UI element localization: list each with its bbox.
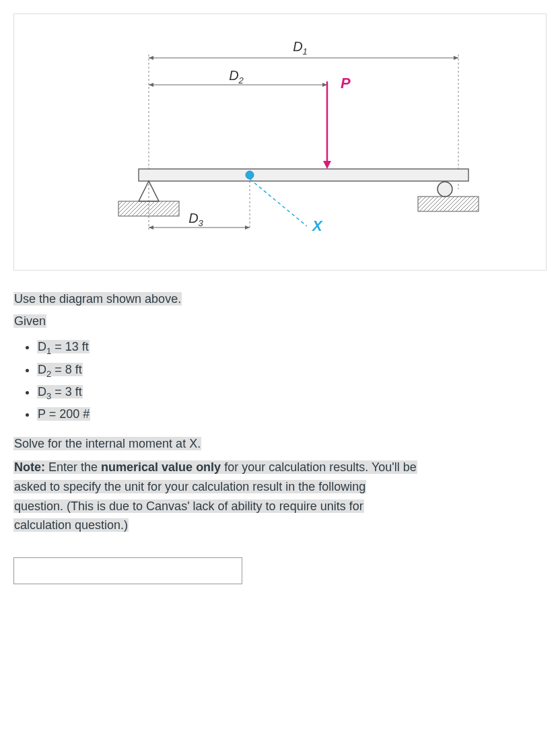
instruction-text: Use the diagram shown above. [13,291,547,308]
given-d3: D3 = 3 ft [37,382,547,404]
svg-line-21 [250,179,307,226]
svg-marker-8 [149,83,153,87]
svg-rect-14 [118,201,179,216]
svg-marker-23 [149,225,153,230]
given-list: D1 = 13 ft D2 = 8 ft D3 = 3 ft P = 200 # [13,337,547,425]
label-x: X [311,217,323,234]
given-d2: D2 = 8 ft [37,359,547,382]
label-d3: D3 [188,211,203,228]
answer-input[interactable] [13,557,242,584]
solve-text: Solve for the internal moment at X. [13,436,547,452]
label-p: P [341,75,351,92]
label-d2: D2 [229,68,244,85]
given-d1: D1 = 13 ft [37,337,547,359]
label-d1: D1 [293,39,308,57]
given-label: Given [13,313,547,330]
svg-rect-17 [418,197,479,211]
svg-rect-10 [139,169,468,181]
svg-marker-19 [323,161,331,169]
given-p: P = 200 # [37,404,547,425]
svg-marker-5 [149,56,153,60]
svg-marker-6 [454,56,458,60]
svg-point-20 [246,171,254,179]
beam-diagram: D1 D2 P X [13,13,547,271]
svg-point-15 [438,182,452,197]
note-text: Note: Enter the numerical value only for… [13,458,547,535]
diagram-svg: D1 D2 P X [71,34,489,256]
svg-marker-24 [245,225,250,230]
